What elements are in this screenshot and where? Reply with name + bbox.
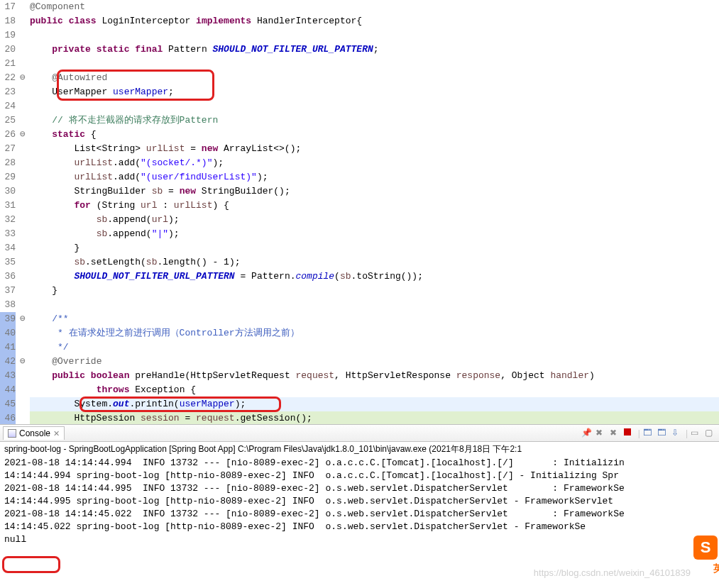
fold-marker <box>16 227 30 241</box>
fold-marker <box>16 0 30 14</box>
line-number: 28 <box>0 156 16 170</box>
fold-marker <box>16 397 30 411</box>
code-line[interactable]: 26⊖ static { <box>0 128 719 142</box>
remove-launch-icon[interactable]: ✖ <box>610 428 621 439</box>
code-content[interactable]: public class LoginInterceptor implements… <box>30 14 719 28</box>
console-output[interactable]: 2021-08-18 14:14:44.994 INFO 13732 --- [… <box>0 457 719 546</box>
code-content[interactable]: static { <box>30 128 719 142</box>
code-line[interactable]: 45 System.out.println(userMapper); <box>0 397 719 411</box>
line-number: 45 <box>0 397 16 411</box>
code-content[interactable]: sb.append("|"); <box>30 227 719 241</box>
maximize-icon[interactable]: ▢ <box>705 428 716 439</box>
code-line[interactable]: 28 urlList.add("(socket/.*)"); <box>0 156 719 170</box>
code-content[interactable]: System.out.println(userMapper); <box>30 397 719 411</box>
code-line[interactable]: 23 UserMapper userMapper; <box>0 85 719 99</box>
code-line[interactable]: 20 private static final Pattern SHOULD_N… <box>0 43 719 57</box>
line-number: 38 <box>0 298 16 312</box>
code-line[interactable]: 36 SHOULD_NOT_FILTER_URL_PATTERN = Patte… <box>0 270 719 284</box>
code-content[interactable] <box>30 28 719 43</box>
code-line[interactable]: 38 <box>0 298 719 312</box>
fold-marker[interactable]: ⊖ <box>16 312 30 326</box>
code-line[interactable]: 27 List<String> urlList = new ArrayList<… <box>0 142 719 156</box>
code-content[interactable]: urlList.add("(socket/.*)"); <box>30 156 719 170</box>
line-number: 41 <box>0 340 16 355</box>
console-line: 2021-08-18 14:14:45.022 INFO 13732 --- [… <box>4 508 715 521</box>
code-line[interactable]: 40 * 在请求处理之前进行调用（Controller方法调用之前） <box>0 326 719 340</box>
code-line[interactable]: 32 sb.append(url); <box>0 213 719 227</box>
code-line[interactable]: 31 for (String url : urlList) { <box>0 199 719 213</box>
code-line[interactable]: 18public class LoginInterceptor implemen… <box>0 14 719 28</box>
line-number: 37 <box>0 284 16 298</box>
console-tab[interactable]: Console ✕ <box>3 426 65 440</box>
code-content[interactable]: private static final Pattern SHOULD_NOT_… <box>30 43 719 57</box>
pin-console-icon[interactable]: 📌 <box>581 428 593 439</box>
code-content[interactable]: StringBuilder sb = new StringBuilder(); <box>30 184 719 199</box>
code-content[interactable]: UserMapper userMapper; <box>30 85 719 99</box>
terminate-icon[interactable] <box>624 428 635 439</box>
code-content[interactable]: @Autowired <box>30 71 719 85</box>
close-icon[interactable]: ✕ <box>53 429 60 438</box>
fold-marker <box>16 241 30 255</box>
code-line[interactable]: 25 // 将不走拦截器的请求存放到Pattern <box>0 113 719 128</box>
code-line[interactable]: 21 <box>0 57 719 71</box>
line-number: 32 <box>0 213 16 227</box>
code-content[interactable]: SHOULD_NOT_FILTER_URL_PATTERN = Pattern.… <box>30 270 719 284</box>
code-line[interactable]: 33 sb.append("|"); <box>0 227 719 241</box>
line-number: 20 <box>0 43 16 57</box>
code-line[interactable]: 46 HttpSession session = request.getSess… <box>0 411 719 424</box>
minimize-icon[interactable]: ▭ <box>691 428 702 439</box>
fold-marker[interactable]: ⊖ <box>16 355 30 369</box>
code-content[interactable]: @Override <box>30 355 719 369</box>
code-editor[interactable]: 17@Component18public class LoginIntercep… <box>0 0 719 424</box>
line-number: 46 <box>0 411 16 424</box>
sogou-badge-icon[interactable]: S <box>693 536 718 560</box>
code-content[interactable]: sb.setLength(sb.length() - 1); <box>30 255 719 270</box>
display-selected-icon[interactable]: 🗔 <box>643 428 654 439</box>
code-content[interactable] <box>30 298 719 312</box>
code-line[interactable]: 19 <box>0 28 719 43</box>
code-content[interactable]: /** <box>30 312 719 326</box>
code-content[interactable]: List<String> urlList = new ArrayList<>()… <box>30 142 719 156</box>
code-content[interactable]: } <box>30 284 719 298</box>
code-content[interactable]: sb.append(url); <box>30 213 719 227</box>
line-number: 25 <box>0 113 16 128</box>
open-console-icon[interactable]: 🗔 <box>657 428 669 439</box>
code-line[interactable]: 44 throws Exception { <box>0 383 719 397</box>
console-panel: Console ✕ 📌 ✖ ✖ | 🗔 🗔 ⇩ | ▭ ▢ spring-boo… <box>0 424 719 588</box>
fold-marker[interactable]: ⊖ <box>16 128 30 142</box>
code-line[interactable]: 37 } <box>0 284 719 298</box>
fold-marker <box>16 369 30 383</box>
code-content[interactable]: } <box>30 241 719 255</box>
code-line[interactable]: 30 StringBuilder sb = new StringBuilder(… <box>0 184 719 199</box>
code-content[interactable]: HttpSession session = request.getSession… <box>30 411 719 424</box>
code-line[interactable]: 24 <box>0 99 719 113</box>
code-line[interactable]: 39⊖ /** <box>0 312 719 326</box>
code-line[interactable]: 35 sb.setLength(sb.length() - 1); <box>0 255 719 270</box>
code-line[interactable]: 42⊖ @Override <box>0 355 719 369</box>
code-line[interactable]: 41 */ <box>0 340 719 355</box>
fold-marker <box>16 270 30 284</box>
code-content[interactable] <box>30 57 719 71</box>
code-line[interactable]: 29 urlList.add("(user/findUserList)"); <box>0 170 719 184</box>
code-line[interactable]: 43 public boolean preHandle(HttpServletR… <box>0 369 719 383</box>
fold-marker[interactable]: ⊖ <box>16 71 30 85</box>
code-content[interactable]: urlList.add("(user/findUserList)"); <box>30 170 719 184</box>
code-content[interactable]: throws Exception { <box>30 383 719 397</box>
console-icon <box>8 429 16 438</box>
code-content[interactable]: */ <box>30 340 719 355</box>
code-content[interactable]: // 将不走拦截器的请求存放到Pattern <box>30 113 719 128</box>
fold-marker <box>16 99 30 113</box>
fold-marker <box>16 213 30 227</box>
clear-console-icon[interactable]: ✖ <box>595 428 607 439</box>
code-line[interactable]: 22⊖ @Autowired <box>0 71 719 85</box>
code-line[interactable]: 17@Component <box>0 0 719 14</box>
code-content[interactable]: for (String url : urlList) { <box>30 199 719 213</box>
code-content[interactable]: @Component <box>30 0 719 14</box>
console-tab-label: Console <box>19 428 50 438</box>
code-content[interactable]: public boolean preHandle(HttpServletRequ… <box>30 369 719 383</box>
code-content[interactable] <box>30 99 719 113</box>
code-line[interactable]: 34 } <box>0 241 719 255</box>
code-content[interactable]: * 在请求处理之前进行调用（Controller方法调用之前） <box>30 326 719 340</box>
fold-marker <box>16 170 30 184</box>
scroll-lock-icon[interactable]: ⇩ <box>671 428 683 439</box>
